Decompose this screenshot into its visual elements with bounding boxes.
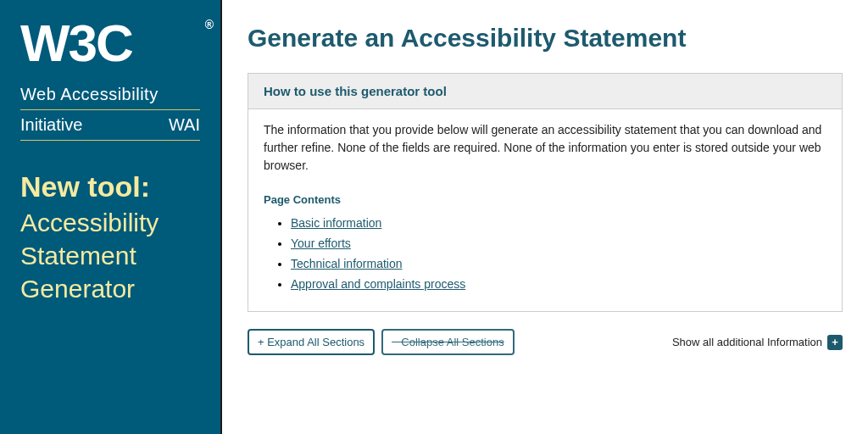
toc-link-technical[interactable]: Technical information: [291, 257, 403, 270]
toc-link-basic[interactable]: Basic information: [291, 216, 381, 230]
page-title: Generate an Accessibility Statement: [248, 24, 843, 53]
promo-block: New tool: Accessibility Statement Genera…: [20, 171, 200, 305]
wai-abbrev: WAI: [169, 115, 200, 135]
expand-all-button[interactable]: + Expand All Sections: [248, 329, 375, 355]
list-item: Approval and complaints process: [291, 277, 826, 291]
w3c-logo: W3C®: [20, 17, 200, 70]
show-all-label: Show all additional Information: [672, 336, 822, 348]
list-item: Basic information: [291, 216, 826, 230]
registered-icon: ®: [205, 19, 212, 31]
wai-subtitle-line1: Web Accessibility: [20, 85, 200, 110]
collapse-all-button[interactable]: − Collapse All Sections: [381, 329, 515, 355]
show-all-toggle[interactable]: Show all additional Information +: [672, 335, 843, 350]
promo-subtitle: Accessibility Statement Generator: [20, 206, 200, 305]
wai-subtitle-line2: Initiative WAI: [20, 115, 200, 141]
info-box-header: How to use this generator tool: [248, 74, 842, 109]
info-box-body: The information that you provide below w…: [248, 109, 842, 186]
toc-link-approval[interactable]: Approval and complaints process: [291, 277, 465, 291]
info-box: How to use this generator tool The infor…: [248, 73, 843, 312]
wai-initiative: Initiative: [20, 115, 82, 135]
list-item: Technical information: [291, 257, 826, 270]
toc-link-efforts[interactable]: Your efforts: [291, 236, 351, 250]
table-of-contents: Basic information Your efforts Technical…: [248, 216, 842, 311]
list-item: Your efforts: [291, 236, 826, 250]
sidebar: W3C® Web Accessibility Initiative WAI Ne…: [0, 0, 220, 434]
promo-title: New tool:: [20, 171, 200, 203]
logo-text: W3C: [20, 14, 132, 72]
actions-row: + Expand All Sections − Collapse All Sec…: [248, 329, 843, 355]
page-contents-label: Page Contents: [248, 186, 842, 209]
main-content: Generate an Accessibility Statement How …: [222, 0, 868, 434]
plus-icon: +: [827, 335, 843, 350]
